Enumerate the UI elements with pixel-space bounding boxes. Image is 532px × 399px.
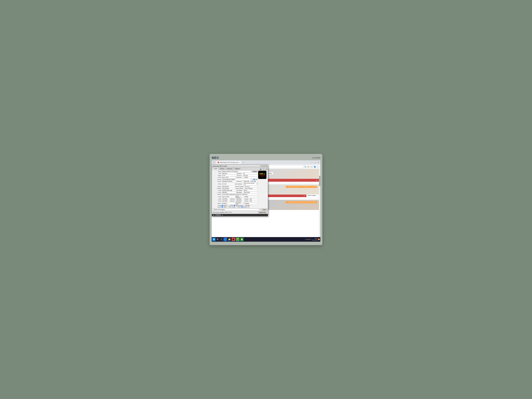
- tray-speaker-icon[interactable]: 🔊: [307, 239, 309, 240]
- bookmark-icon[interactable]: ★: [307, 165, 310, 168]
- search-icon[interactable]: 🔍: [304, 165, 306, 168]
- gpuz-opengl-label: OpenGL 4.6: [243, 206, 249, 208]
- gpuz-version-label: Version: [212, 179, 222, 180]
- maximize-btn[interactable]: □: [314, 161, 316, 164]
- gpuz-transistors-value: 5700M: [244, 177, 258, 178]
- gpuz-name-label: Name: [212, 171, 222, 172]
- chrome-back-btn[interactable]: ☰: [213, 161, 215, 164]
- gpuz-tech-row: nology 14 nm Die Size 232 mm²: [212, 175, 258, 176]
- chrome-tab-active[interactable]: AMD Radeon RX 470 video card ✕: [216, 161, 241, 164]
- gpuz-directx-label: DirectX Support: [235, 186, 244, 187]
- gpuz-uefi-checkbox[interactable]: UEFI: [253, 179, 258, 180]
- gpuz-cuda-check[interactable]: CUDA: [228, 205, 233, 206]
- gpuz-tmus-row: TMUs 32 / 128 Bus Interface PCIe x16 3.0…: [212, 183, 258, 185]
- gpuz-camera-btn[interactable]: 📷: [260, 168, 262, 170]
- gpuz-resizablebar-label: Resizable BAR: [235, 202, 244, 205]
- gpuz-dc-label: DirectCompute: [235, 205, 243, 206]
- gpuz-bottom-bar: New version available: GPU-Z 2.57.0 Upda…: [212, 211, 268, 214]
- webpage-scrollbar[interactable]: [319, 169, 320, 237]
- gpuz-update-text: New version available: GPU-Z 2.57.0: [213, 212, 232, 213]
- extensions-icon[interactable]: ⬜: [310, 165, 313, 168]
- gpuz-compare-bar[interactable]: ▤ COMPARE ▲: [212, 214, 268, 216]
- update-icon-2: ⚠: [287, 186, 288, 187]
- taskbar-chrome-app[interactable]: 🌐: [223, 238, 227, 241]
- gpuz-lookup-btn[interactable]: Lookup: [252, 171, 258, 172]
- monitor-model: LCD1503M: [312, 157, 320, 159]
- gpuz-driver-label: Version: [212, 194, 222, 195]
- tray-clock[interactable]: 18:29 19.02.2024: [312, 238, 317, 241]
- gpuz-clock2-label: Clock: [212, 200, 222, 202]
- update-banner-3[interactable]: ⚠ UPDATE SYSTEMINFO TO THE LATEST VER...…: [286, 201, 317, 203]
- tray-language[interactable]: РУС: [309, 239, 311, 240]
- gpuz-name-value: Radeon (TM) RX 470 Graphics: [222, 171, 251, 172]
- gpuz-tab-card[interactable]: s Card: [212, 168, 218, 170]
- gpuz-dml-label: DirectML: [245, 205, 250, 206]
- gpuz-bus-help-icon[interactable]: ?: [257, 183, 258, 185]
- taskbar-app-2[interactable]: 📁: [228, 238, 231, 241]
- menu-icon[interactable]: ⋮: [317, 165, 319, 168]
- notification-badge[interactable]: 4: [318, 239, 320, 240]
- gpuz-buswidth-label: Bus Width: [236, 190, 243, 191]
- gpuz-opengl-check[interactable]: OpenGL 4.6: [241, 206, 249, 208]
- gpuz-clock1-row: Clock 1120 MHz Memory 1850 MHz Shader N/…: [212, 198, 258, 200]
- update-banner-2[interactable]: ⚠ UPDATE SYSTEMINFO TO THE LATEST VER...…: [286, 186, 317, 188]
- tab-close-btn[interactable]: ✕: [239, 162, 240, 163]
- gpuz-bus-value: PCIe x16 3.0 @ x16 3.0: [243, 183, 257, 185]
- gpuz-maximize-btn[interactable]: □: [263, 165, 265, 167]
- gpuz-update-now-btn[interactable]: Update Now: [258, 211, 267, 213]
- gpuz-texture-label: Texture Fillrate: [235, 188, 244, 189]
- gpuz-directcompute-check[interactable]: DirectCompute: [234, 205, 243, 206]
- taskbar-app-4[interactable]: 📦: [236, 238, 240, 241]
- gpuz-memtype-value: GDDR5 (Samsung): [222, 190, 236, 191]
- gpuz-raytracing-check[interactable]: Ray Tracing: [227, 206, 235, 208]
- close-btn[interactable]: ✕: [317, 161, 319, 164]
- gpuz-physx-check[interactable]: PhysX: [236, 206, 241, 208]
- gpuz-compute-label: puting: [212, 205, 222, 206]
- gpuz-name-row: Name Radeon (TM) RX 470 Graphics Lookup: [212, 171, 258, 172]
- gpuz-tab-sensors[interactable]: Sensors: [219, 168, 226, 170]
- gpuz-digsig-value: WHQL: [244, 196, 258, 198]
- monitor-brand: NEC: [212, 156, 219, 160]
- gpuz-tab-advanced[interactable]: Advanced: [226, 168, 233, 170]
- gpuz-revision-label: Revision: [237, 173, 243, 174]
- start-button[interactable]: [212, 238, 215, 241]
- gpuz-body: Name Radeon (TM) RX 470 Graphics Lookup …: [212, 170, 268, 208]
- task-view-btn[interactable]: ⊞: [220, 238, 223, 241]
- taskbar-app-3[interactable]: ▶: [232, 238, 235, 241]
- gpuz-minimize-btn[interactable]: —: [260, 165, 263, 167]
- gpuz-crossfire-label: ossFire: [212, 203, 222, 204]
- profile-icon[interactable]: 👤: [313, 165, 316, 168]
- gpuz-shader2-label: Shader: [244, 200, 249, 202]
- gpuz-window-close-btn[interactable]: Close: [261, 209, 267, 211]
- gpuz-vendor-label: Vendor: [212, 181, 222, 182]
- tray-network-icon[interactable]: ^: [305, 239, 305, 240]
- gpuz-export-icon[interactable]: ↗: [252, 178, 253, 180]
- gpuz-refresh-btn[interactable]: ↺: [262, 168, 265, 170]
- scrollbar-thumb[interactable]: [319, 176, 320, 186]
- gpuz-uefi-input[interactable]: [253, 179, 255, 180]
- gpuz-close-btn[interactable]: ✕: [265, 165, 267, 167]
- taskbar-app-5[interactable]: 📋: [240, 238, 244, 241]
- gpuz-tech-label2: ologies: [212, 206, 222, 208]
- tray-up-icon[interactable]: ⬆: [306, 239, 307, 240]
- gpuz-die-value: 232 mm²: [243, 175, 258, 176]
- gpuz-opencl-check[interactable]: OpenCL: [222, 205, 228, 206]
- gpuz-vendor-value: Sapphire/PCPartner: [222, 181, 236, 182]
- gpuz-mem2-value: 1850 MHz: [236, 200, 244, 202]
- taskbar-search-btn[interactable]: 🔍: [216, 238, 219, 241]
- gpuz-tab-validation[interactable]: Validation: [234, 168, 241, 170]
- gpuz-driver-value: 26.20.12028.2 (Adrenalin 19.20) DCH / Wi…: [222, 194, 258, 195]
- monitor-top-bar: NEC LCD1503M: [212, 156, 320, 160]
- gpuz-texture-value: 143.4 GTexel/s: [244, 188, 258, 189]
- add-compare-btn-2[interactable]: Add to compare: [306, 194, 317, 196]
- gpuz-gpu-select[interactable]: (TM) RX 470 Graphics: [212, 209, 261, 211]
- new-tab-btn[interactable]: +: [242, 161, 245, 163]
- gpuz-menu-btn[interactable]: ☰: [265, 168, 267, 170]
- gpuz-title: nPowerUp GPU-Z 2.40.0: [213, 165, 260, 167]
- gpuz-vulkan-check[interactable]: Vulkan: [222, 206, 227, 208]
- minimize-btn[interactable]: —: [311, 161, 313, 164]
- gpuz-directml-check[interactable]: DirectML: [244, 205, 250, 206]
- update-text-3: UPDATE SYSTEMINFO TO THE LATEST VER... (…: [288, 202, 316, 203]
- gpuz-graphics-text: GRAPHICS: [260, 176, 265, 177]
- gpuz-memsize-value: 4096 MB: [222, 191, 236, 193]
